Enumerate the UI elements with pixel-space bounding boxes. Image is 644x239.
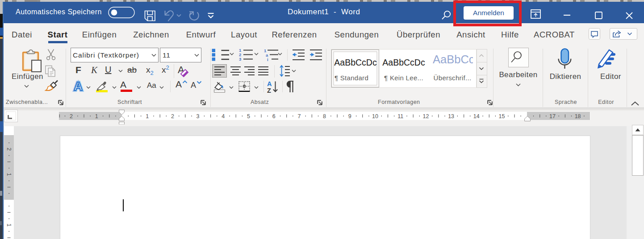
svg-text:15: 15 bbox=[498, 113, 505, 120]
svg-text:8: 8 bbox=[323, 113, 326, 120]
svg-text:4: 4 bbox=[222, 113, 225, 120]
svg-text:7: 7 bbox=[297, 113, 301, 120]
svg-text:1: 1 bbox=[6, 173, 12, 176]
svg-text:1: 1 bbox=[95, 113, 98, 120]
svg-text:13: 13 bbox=[448, 113, 454, 120]
svg-text:6: 6 bbox=[272, 113, 275, 120]
svg-text:A: A bbox=[267, 81, 272, 87]
svg-text:2: 2 bbox=[171, 113, 174, 120]
svg-text:2: 2 bbox=[6, 148, 12, 151]
svg-text:2: 2 bbox=[70, 113, 73, 120]
svg-text:14: 14 bbox=[473, 113, 479, 120]
svg-text:17: 17 bbox=[549, 113, 555, 120]
svg-text:3: 3 bbox=[196, 113, 199, 120]
svg-text:Z: Z bbox=[267, 87, 271, 93]
svg-text:5: 5 bbox=[247, 113, 250, 120]
svg-text:10: 10 bbox=[372, 113, 378, 120]
svg-text:9: 9 bbox=[348, 113, 351, 120]
svg-text:11: 11 bbox=[397, 113, 403, 120]
svg-text:3: 3 bbox=[239, 57, 241, 61]
svg-text:1: 1 bbox=[6, 223, 12, 227]
svg-text:18: 18 bbox=[574, 113, 581, 120]
svg-text:A: A bbox=[74, 80, 83, 92]
svg-text:1: 1 bbox=[146, 113, 149, 120]
svg-text:12: 12 bbox=[422, 113, 429, 120]
svg-text:i: i bbox=[267, 57, 268, 61]
